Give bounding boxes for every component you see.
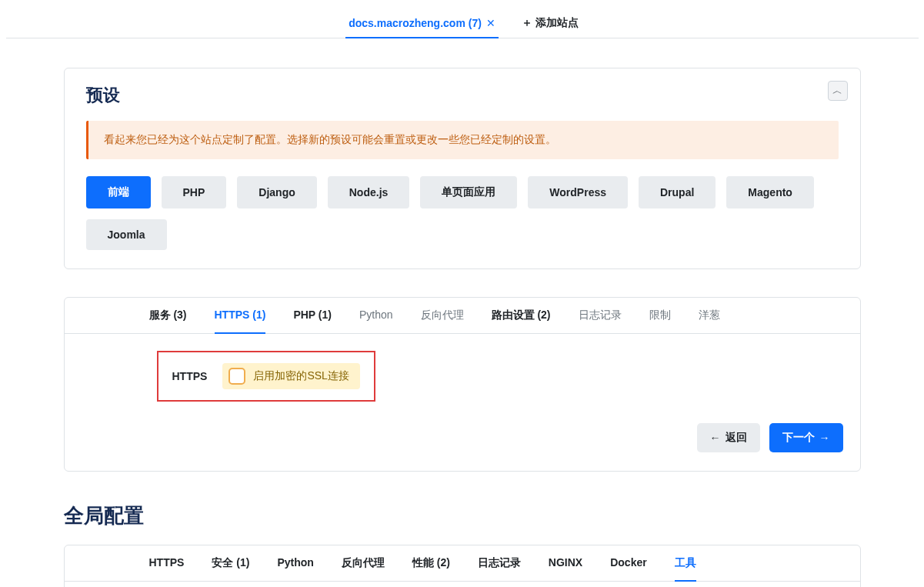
modular-row: 模块化结构 ✓ 启用模块化的配置文件 [65,582,860,587]
arrow-left-icon: ← [710,432,721,444]
chevron-up-icon: ︿ [832,84,842,98]
global-tab[interactable]: 性能 (2) [412,545,450,581]
collapse-button[interactable]: ︿ [828,81,848,101]
global-config-tabbar: HTTPS安全 (1)Python反向代理性能 (2)日志记录NGINXDock… [65,545,860,582]
site-tab-active[interactable]: docs.macrozheng.com (7) ✕ [345,11,499,38]
preset-button[interactable]: Joomla [86,219,167,250]
plus-icon: ＋ [522,16,532,30]
site-tab-bar: docs.macrozheng.com (7) ✕ ＋ 添加站点 [6,0,919,38]
preset-button[interactable]: 单页面应用 [420,176,517,208]
preset-grid: 前端PHPDjangoNode.js单页面应用WordPressDrupalMa… [86,176,839,250]
back-label: 返回 [726,431,747,445]
config-tab: 洋葱 [699,298,720,333]
config-tab: 反向代理 [421,298,464,333]
site-tab-label: docs.macrozheng.com (7) [349,17,482,29]
close-icon[interactable]: ✕ [486,17,495,29]
add-site-button[interactable]: ＋ 添加站点 [522,16,579,38]
https-checkbox-group[interactable]: 启用加密的SSL连接 [222,363,359,389]
preset-button[interactable]: Magento [726,176,814,208]
add-site-label: 添加站点 [535,16,579,30]
global-tab[interactable]: 反向代理 [342,545,385,581]
global-tab[interactable]: HTTPS [149,545,185,581]
site-config-tabbar: 服务 (3)HTTPS (1)PHP (1)Python反向代理路由设置 (2)… [65,298,860,334]
preset-button[interactable]: Drupal [639,176,716,208]
config-tab: Python [359,298,393,333]
next-label: 下一个 [782,431,815,445]
preset-button[interactable]: PHP [162,176,227,208]
global-tab[interactable]: 日志记录 [478,545,521,581]
global-tab[interactable]: NGINX [549,545,582,581]
https-highlight-box: HTTPS 启用加密的SSL连接 [157,351,375,402]
arrow-right-icon: → [819,432,830,444]
config-tab[interactable]: PHP (1) [293,298,332,333]
preset-button[interactable]: WordPress [528,176,628,208]
checkbox-unchecked-icon [228,368,245,385]
preset-button[interactable]: Node.js [328,176,410,208]
back-button[interactable]: ← 返回 [697,423,760,452]
global-tab[interactable]: 工具 [675,545,696,581]
preset-title: 预设 [86,84,839,107]
global-tab[interactable]: Docker [610,545,646,581]
https-label: HTTPS [172,370,208,382]
config-tab[interactable]: HTTPS (1) [215,298,266,333]
preset-button[interactable]: 前端 [86,176,151,208]
global-tab[interactable]: Python [277,545,313,581]
global-tab[interactable]: 安全 (1) [212,545,249,581]
config-tab: 日志记录 [579,298,622,333]
nav-row: ← 返回 下一个 → [65,423,860,452]
preset-alert: 看起来您已经为这个站点定制了配置。选择新的预设可能会重置或更改一些您已经定制的设… [86,121,839,159]
preset-card: 预设 ︿ 看起来您已经为这个站点定制了配置。选择新的预设可能会重置或更改一些您已… [64,68,861,269]
global-config-title: 全局配置 [64,502,919,529]
config-tab: 限制 [649,298,671,333]
global-config-card: HTTPS安全 (1)Python反向代理性能 (2)日志记录NGINXDock… [64,545,861,587]
config-tab[interactable]: 服务 (3) [149,298,187,333]
next-button[interactable]: 下一个 → [769,423,843,452]
preset-button[interactable]: Django [237,176,316,208]
config-tab[interactable]: 路由设置 (2) [492,298,551,333]
site-config-card: 服务 (3)HTTPS (1)PHP (1)Python反向代理路由设置 (2)… [64,297,861,472]
https-checkbox-label: 启用加密的SSL连接 [253,369,349,383]
